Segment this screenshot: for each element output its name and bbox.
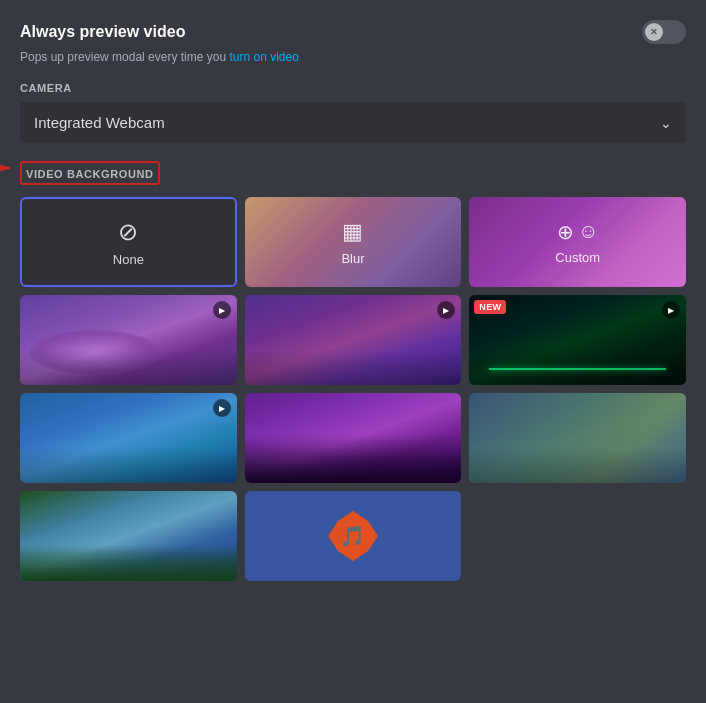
bg-option-none[interactable]: ⊘ None xyxy=(20,197,237,287)
thumb-overlay xyxy=(469,349,686,385)
bg-option-custom[interactable]: ⊕ ☺ Custom xyxy=(469,197,686,287)
annotation-arrow xyxy=(0,153,20,183)
custom-icons: ⊕ ☺ xyxy=(557,220,598,244)
always-preview-toggle[interactable]: ✕ xyxy=(642,20,686,44)
video-bg-label-row: VIDEO BACKGROUND xyxy=(20,161,686,185)
thumb-overlay xyxy=(20,447,237,483)
bg-option-video-1[interactable]: ▶ xyxy=(20,295,237,385)
page-title: Always preview video xyxy=(20,23,185,41)
thumb-overlay xyxy=(20,545,237,581)
toggle-thumb: ✕ xyxy=(645,23,663,41)
toggle-container[interactable]: ✕ xyxy=(642,20,686,44)
blur-icon: ▦ xyxy=(342,219,363,245)
mascot-inner: 🎵 xyxy=(328,511,378,561)
camera-label: CAMERA xyxy=(20,82,686,94)
bg-option-video-8[interactable]: 🎵 xyxy=(245,491,462,581)
mascot-shape: 🎵 xyxy=(245,491,462,581)
blur-content: ▦ Blur xyxy=(341,219,364,266)
custom-upload-icon: ⊕ xyxy=(557,220,574,244)
video-bg-label: VIDEO BACKGROUND xyxy=(26,168,154,180)
play-icon-1: ▶ xyxy=(213,301,231,319)
close-icon: ✕ xyxy=(650,27,658,37)
bg-option-video-6[interactable] xyxy=(469,393,686,483)
play-icon-3: ▶ xyxy=(662,301,680,319)
thumb-overlay xyxy=(245,447,462,483)
thumb-overlay xyxy=(20,349,237,385)
video-background-section: VIDEO BACKGROUND ⊘ None ▦ Blur ⊕ ☺ Custo… xyxy=(20,161,686,581)
bg-option-blur[interactable]: ▦ Blur xyxy=(245,197,462,287)
subtitle-text: Pops up preview modal every time you tur… xyxy=(20,50,686,64)
bg-option-video-7[interactable] xyxy=(20,491,237,581)
new-badge: NEW xyxy=(474,300,506,314)
bg-option-video-4[interactable]: ▶ xyxy=(20,393,237,483)
custom-label: Custom xyxy=(555,250,600,265)
bg-option-video-2[interactable]: ▶ xyxy=(245,295,462,385)
header-row: Always preview video ✕ xyxy=(20,20,686,44)
thumb-overlay xyxy=(469,447,686,483)
bg-option-video-3[interactable]: NEW ▶ xyxy=(469,295,686,385)
thumb-overlay xyxy=(245,349,462,385)
turn-on-video-link[interactable]: turn on video xyxy=(229,50,298,64)
camera-select[interactable]: Integrated Webcam xyxy=(20,102,686,143)
play-icon-2: ▶ xyxy=(437,301,455,319)
video-bg-label-box: VIDEO BACKGROUND xyxy=(20,161,160,185)
bg-option-video-5[interactable] xyxy=(245,393,462,483)
custom-face-icon: ☺ xyxy=(578,220,598,243)
play-icon-4: ▶ xyxy=(213,399,231,417)
blur-label: Blur xyxy=(341,251,364,266)
camera-select-wrapper: Integrated Webcam ⌄ xyxy=(20,102,686,143)
background-grid: ⊘ None ▦ Blur ⊕ ☺ Custom ▶ ▶ xyxy=(20,197,686,581)
none-icon: ⊘ xyxy=(118,218,138,246)
none-label: None xyxy=(113,252,144,267)
